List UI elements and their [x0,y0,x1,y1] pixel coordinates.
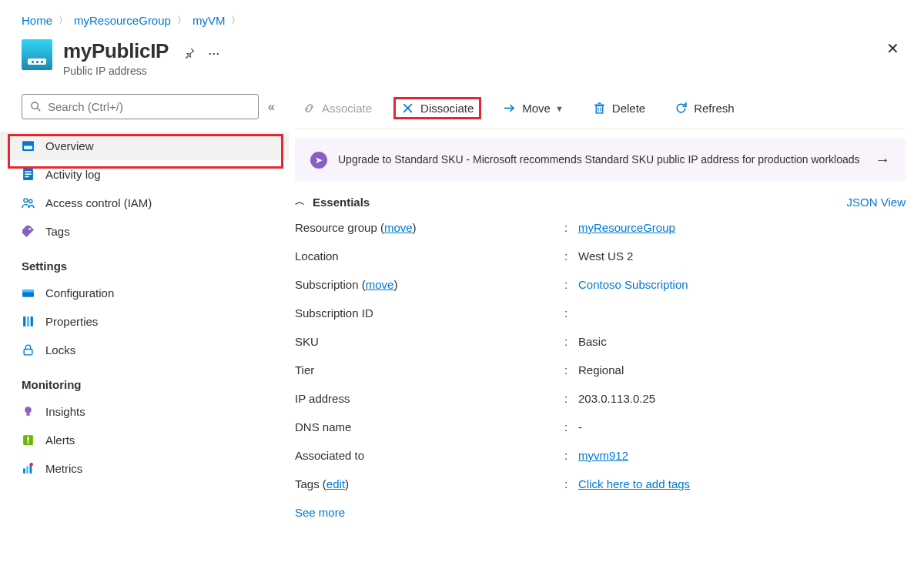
sidebar-item-access-control[interactable]: Access control (IAM) [0,189,289,217]
sidebar-item-configuration[interactable]: Configuration [0,279,289,307]
sidebar-item-label: Metrics [45,462,82,475]
svg-rect-13 [23,316,25,326]
log-icon [22,168,35,181]
associate-button: Associate [295,97,380,119]
sidebar-section-monitoring: Monitoring [0,364,289,397]
button-label: Delete [612,102,645,115]
value-ip: 203.0.113.0.25 [578,392,906,405]
sidebar-item-locks[interactable]: Locks [0,336,289,364]
svg-rect-12 [22,290,34,292]
label-tier: Tier [295,363,564,377]
upgrade-banner[interactable]: ➤ Upgrade to Standard SKU - Microsoft re… [295,139,906,181]
sidebar-item-insights[interactable]: Insights [0,397,289,426]
pin-icon[interactable] [182,47,196,60]
see-more-link[interactable]: See more [295,506,906,519]
move-rg-link[interactable]: move [384,221,413,234]
sidebar-item-overview[interactable]: Overview [0,132,289,160]
props-icon [22,315,35,328]
sidebar-item-metrics[interactable]: Metrics [0,454,289,483]
x-icon [401,102,414,115]
bulb-icon [22,405,35,418]
value-associated-to[interactable]: myvm912 [578,449,628,462]
sidebar-item-label: Tags [45,225,70,238]
label-tags: Tags (edit) [295,477,564,490]
search-input[interactable] [48,100,250,113]
breadcrumb-rg[interactable]: myResourceGroup [74,14,171,27]
svg-point-0 [32,102,38,109]
collapse-sidebar-icon[interactable]: « [268,100,275,114]
json-view-link[interactable]: JSON View [847,196,906,209]
chevron-right-icon: 〉 [231,14,240,27]
more-icon[interactable]: ··· [208,45,219,62]
chevron-right-icon: 〉 [59,14,68,27]
sidebar-item-label: Insights [45,405,85,418]
link-icon [303,102,316,115]
value-sku: Basic [578,335,906,348]
svg-point-17 [25,407,32,413]
svg-rect-16 [24,349,32,354]
sidebar-item-tags[interactable]: Tags [0,217,289,246]
button-label: Associate [322,102,372,115]
edit-tags-link[interactable]: edit [326,477,345,490]
toolbar: Associate Dissociate Move ▼ Delete Refre… [295,94,906,129]
breadcrumb: Home 〉 myResourceGroup 〉 myVM 〉 [0,0,924,36]
value-resource-group[interactable]: myResourceGroup [578,221,675,234]
search-icon [30,101,42,112]
essentials-toggle[interactable]: ︿ Essentials [295,195,370,209]
sidebar-item-alerts[interactable]: Alerts [0,426,289,454]
svg-point-25 [30,463,33,466]
dissociate-button[interactable]: Dissociate [393,97,481,119]
close-icon[interactable]: ✕ [886,39,902,58]
sidebar-item-label: Configuration [45,286,114,300]
label-sku: SKU [295,335,564,348]
sidebar-item-properties[interactable]: Properties [0,307,289,336]
essentials-grid: Resource group (move) : myResourceGroup … [295,221,906,490]
label-dns: DNS name [295,420,564,433]
sidebar-item-label: Activity log [45,168,101,181]
move-button[interactable]: Move ▼ [495,97,571,119]
value-tier: Regional [578,363,906,377]
svg-point-9 [29,199,32,202]
svg-point-8 [24,199,28,202]
refresh-button[interactable]: Refresh [667,97,742,119]
svg-rect-18 [26,413,29,416]
value-tags[interactable]: Click here to add tags [578,477,690,490]
svg-line-1 [37,108,40,111]
value-dns: - [578,420,906,433]
label-resource-group: Resource group (move) [295,221,564,234]
breadcrumb-home[interactable]: Home [22,14,52,27]
config-icon [22,286,35,300]
svg-rect-6 [25,173,32,175]
sidebar-item-label: Locks [45,343,75,356]
breadcrumb-vm[interactable]: myVM [192,14,226,27]
button-label: Move [522,102,551,115]
sidebar: « Overview Activity log Access control (… [0,91,289,577]
banner-text: Upgrade to Standard SKU - Microsoft reco… [338,152,864,167]
label-ip: IP address [295,392,564,405]
svg-rect-3 [24,146,32,149]
svg-rect-23 [26,466,28,474]
svg-rect-22 [23,469,25,474]
sidebar-item-activity-log[interactable]: Activity log [0,160,289,189]
arrow-right-icon [503,102,516,115]
chevron-down-icon: ▼ [555,104,564,113]
svg-rect-15 [31,316,33,326]
button-label: Refresh [694,102,735,115]
page-subtitle: Public IP address [63,65,219,77]
resource-icon [22,139,35,152]
tag-icon [22,225,35,238]
delete-button[interactable]: Delete [585,97,653,119]
chevron-right-icon: 〉 [177,14,186,27]
sidebar-search[interactable] [22,94,259,119]
svg-rect-5 [25,171,32,172]
move-sub-link[interactable]: move [366,278,394,291]
alert-icon [22,433,35,447]
refresh-icon [675,102,688,115]
value-subscription[interactable]: Contoso Subscription [578,278,688,291]
people-icon [22,196,35,209]
arrow-right-icon[interactable]: → [875,151,890,169]
sidebar-item-label: Alerts [45,433,75,447]
label-subscription: Subscription (move) [295,278,564,291]
svg-rect-21 [27,442,28,443]
sidebar-item-label: Overview [45,139,94,152]
